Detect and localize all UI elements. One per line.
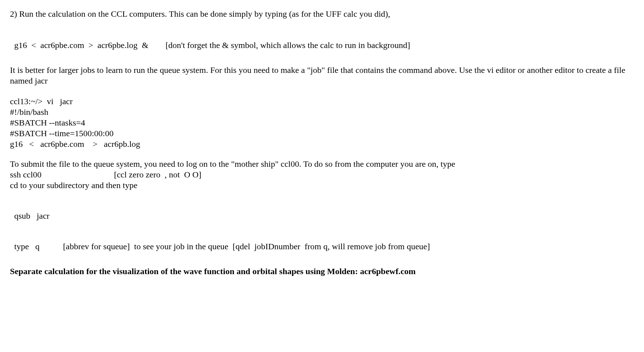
step-2-intro: 2) Run the calculation on the CCL comput…: [10, 9, 634, 19]
text-line: 2) Run the calculation on the CCL comput…: [10, 9, 390, 18]
code-line-sbatch-ntasks: #SBATCH --ntasks=4: [10, 117, 634, 128]
queue-intro: It is better for larger jobs to learn to…: [10, 65, 634, 86]
queue-check-line: type q [abbrev for squeue] to see your j…: [10, 230, 634, 252]
qsub-line: qsub jacr: [10, 200, 634, 221]
molden-heading: Separate calculation for the visualizati…: [10, 266, 634, 277]
text-line: To submit the file to the queue system, …: [10, 159, 634, 169]
submit-instructions: To submit the file to the queue system, …: [10, 159, 634, 191]
g16-command-line: g16 < acr6pbe.com > acr6pbe.log & [don't…: [10, 29, 634, 50]
text-line: It is better for larger jobs to learn to…: [10, 65, 625, 85]
code-line-sbatch-time: #SBATCH --time=1500:00:00: [10, 128, 634, 139]
text-line: qsub jacr: [14, 211, 49, 220]
text-line: type q [abbrev for squeue] to see your j…: [14, 242, 430, 251]
text-line: g16 < acr6pbe.com > acr6pbe.log & [don't…: [14, 41, 410, 50]
code-line-shebang: #!/bin/bash: [10, 107, 634, 117]
text-line: Separate calculation for the visualizati…: [10, 267, 416, 276]
ssh-line: ssh ccl00 [ccl zero zero , not O O]: [10, 169, 634, 180]
code-line-g16: g16 < acr6pbe.com > acr6pb.log: [10, 139, 634, 149]
text-line: cd to your subdirectory and then type: [10, 180, 634, 191]
code-line-vi: ccl13:~/> vi jacr: [10, 96, 634, 107]
job-file-contents: ccl13:~/> vi jacr #!/bin/bash #SBATCH --…: [10, 96, 634, 149]
